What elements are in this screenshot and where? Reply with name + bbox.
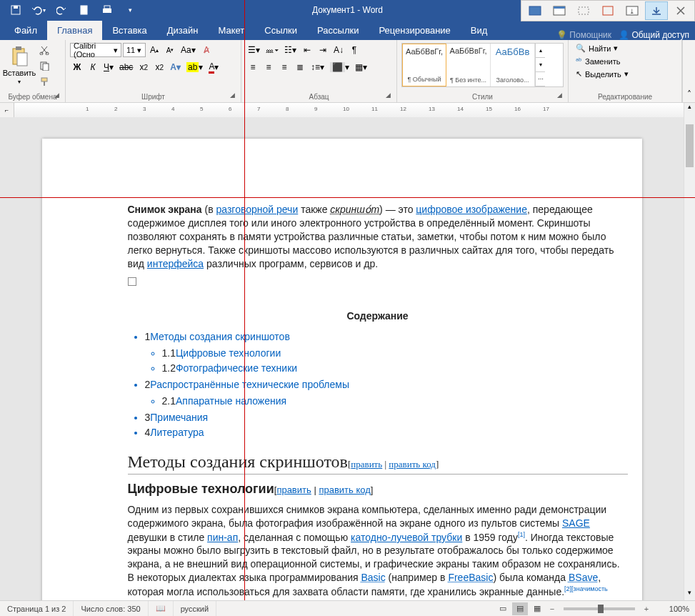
toc-item[interactable]: 1Методы создания скриншотов [145,330,628,344]
show-marks-button[interactable]: ¶ [347,43,361,57]
align-center-button[interactable]: ≡ [261,60,276,74]
toc-subitem[interactable]: 1.1Цифровые технологии [162,347,628,360]
align-left-button[interactable]: ≡ [246,60,260,74]
increase-indent-button[interactable]: ⇥ [316,43,330,57]
tab-review[interactable]: Рецензирование [369,21,460,40]
link-digital-image[interactable]: цифровое изображение [416,204,527,215]
font-size-combo[interactable]: 11 ▾ [123,43,146,57]
status-wordcount[interactable]: Число слов: 350 [74,601,148,616]
subscript-button[interactable]: x2 [136,60,151,74]
scroll-up-button[interactable]: ▴ [684,103,695,114]
toc-subitem[interactable]: 1.2Фотографические техники [162,362,628,375]
toc-item[interactable]: 3Примечания [145,411,628,424]
paragraph-dialog-launcher[interactable]: ◢ [386,91,394,100]
zoom-slider[interactable] [564,607,635,610]
link-bsave[interactable]: BSave [569,572,598,583]
clear-format-button[interactable]: A̷ [199,43,214,57]
tab-home[interactable]: Главная [47,21,102,40]
view-print-button[interactable]: ▤ [512,602,528,615]
toc-toggle-checkbox[interactable] [128,277,136,286]
styles-dialog-launcher[interactable]: ◢ [557,91,566,100]
font-color-button[interactable]: A▾ [206,60,221,74]
link-freebasic[interactable]: FreeBasic [448,572,493,583]
tab-design[interactable]: Дизайн [157,21,209,40]
numbering-button[interactable]: ⅏▾ [264,43,281,57]
toc-subitem[interactable]: 2.1Аппаратные наложения [162,394,628,408]
select-button[interactable]: ↖Выделить ▾ [573,69,677,79]
quick-print-button[interactable] [97,1,117,19]
align-right-button[interactable]: ≡ [277,60,291,74]
zoom-out-button[interactable]: − [546,605,558,613]
scroll-down-button[interactable]: ▾ [684,589,695,600]
horizontal-ruler[interactable]: 1234567891011121314151617 [14,103,684,117]
zoom-thumb[interactable] [598,605,604,613]
scroll-snip-btn[interactable]: ⤓ [621,1,644,20]
paste-button[interactable]: Вставить ▾ [4,43,34,87]
zoom-in-button[interactable]: + [641,605,652,613]
change-case-button[interactable]: Aa▾ [179,43,198,57]
zoom-level[interactable]: 100% [654,605,689,613]
close-snip-btn[interactable] [669,1,692,20]
document-area[interactable]: Снимок экрана (в разговорной речи также … [0,117,684,600]
status-proofing[interactable]: 📖 [149,601,174,616]
decrease-indent-button[interactable]: ⇤ [300,43,314,57]
tab-file[interactable]: Файл [0,21,47,40]
font-dialog-launcher[interactable]: ◢ [230,91,239,100]
scroll-thumb[interactable] [686,124,694,167]
superscript-button[interactable]: x2 [152,60,166,74]
save-button[interactable] [6,1,26,19]
shrink-font-button[interactable]: A▾ [163,43,177,57]
link-sage[interactable]: SAGE [562,517,590,529]
window-snip-btn[interactable] [548,1,571,20]
bold-button[interactable]: Ж [70,60,84,74]
tab-insert[interactable]: Вставка [102,21,156,40]
fullscreen-snip-btn[interactable] [524,1,546,20]
vertical-scrollbar[interactable]: ▴ ▾ [684,103,695,600]
tab-view[interactable]: Вид [461,21,498,40]
multilevel-button[interactable]: ☷▾ [282,43,299,57]
redo-button[interactable] [51,1,71,19]
tab-layout[interactable]: Макет [208,21,254,40]
freeform-snip-btn[interactable] [596,1,619,20]
link-basic[interactable]: Basic [361,572,385,583]
tell-me[interactable]: 💡 Помощник [556,30,611,40]
underline-button[interactable]: Ч▾ [101,60,116,74]
region-snip-btn[interactable] [572,1,595,20]
link-editcode-h3[interactable]: править код [319,485,370,495]
link-crt[interactable]: катодно-лучевой трубки [351,532,462,543]
document-body[interactable]: Снимок экрана (в разговорной речи также … [128,203,628,600]
link-colloquial[interactable]: разговорной речи [216,204,299,215]
share-button[interactable]: 👤 Общий доступ [619,30,689,40]
strikethrough-button[interactable]: abc [117,60,135,74]
format-painter-button[interactable] [37,74,51,89]
sort-button[interactable]: A↓ [331,43,346,57]
save-snip-btn[interactable] [645,1,668,20]
qat-customize-button[interactable]: ▾ [120,1,140,19]
status-language[interactable]: русский [174,601,216,616]
replace-button[interactable]: ᵃᵇЗаменить [573,56,677,66]
style-heading1[interactable]: АаБбВв Заголово... [491,44,535,86]
new-doc-button[interactable] [74,1,94,19]
justify-button[interactable]: ≣ [293,60,307,74]
style-nospacing[interactable]: АаБбВвГг, ¶ Без инте... [446,44,491,86]
tab-selector[interactable]: ⌐ [0,103,14,117]
clipboard-dialog-launcher[interactable]: ◢ [54,91,63,100]
collapse-ribbon-button[interactable]: ˄ [682,40,695,102]
toc-item[interactable]: 4Литература [145,426,628,439]
toc-item[interactable]: 2Распространённые технические проблемы [145,378,628,392]
link-edit-h3[interactable]: править [276,485,311,495]
view-web-button[interactable]: ▦ [529,602,545,615]
link-interface[interactable]: интерфейса [147,258,204,269]
undo-button[interactable]: ▾ [29,1,49,19]
link-edit-h2[interactable]: править [351,459,382,470]
tab-mailings[interactable]: Рассылки [307,21,369,40]
link-pinup[interactable]: пин-ап [207,532,238,543]
status-page[interactable]: Страница 1 из 2 [0,601,74,616]
font-name-combo[interactable]: Calibri (Осно ▾ [70,43,121,57]
line-spacing-button[interactable]: ↕≡▾ [309,60,326,74]
italic-button[interactable]: К [86,60,100,74]
highlight-button[interactable]: ab▾ [184,60,205,74]
find-button[interactable]: 🔍Найти ▾ [573,43,677,54]
borders-button[interactable]: ▦▾ [353,60,369,74]
styles-gallery-more[interactable]: ▴▾⋯ [535,44,545,86]
